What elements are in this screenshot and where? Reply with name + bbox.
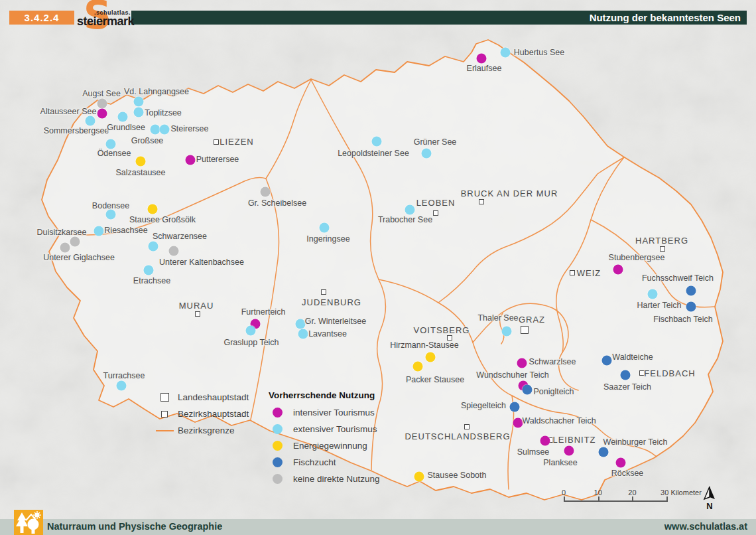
lake-label: Weinburger Teich <box>603 437 668 447</box>
lake-marker-intensiv <box>616 458 626 468</box>
city-label: WEIZ <box>577 268 601 278</box>
lake-label: Salzastausee <box>115 168 165 177</box>
legend-usage-row-keine: keine direkte Nutzung <box>269 471 380 487</box>
city-square-bezirk <box>321 289 326 295</box>
lake-label: Erlaufsee <box>467 64 502 73</box>
lake-label: Ödensee <box>97 149 131 158</box>
city-square-bezirk <box>433 210 438 216</box>
lake-label: Duisitzkarsee <box>36 228 86 237</box>
lake-marker-extensiv <box>296 319 306 329</box>
landeshauptstadt-square-icon <box>160 393 169 402</box>
lake-label: Planksee <box>543 458 577 467</box>
lake-label: Turrachsee <box>103 371 145 380</box>
legend-usage-row-extensiv: extensiver Tourismus <box>269 421 380 437</box>
legend-dot-extensiv <box>273 424 283 434</box>
lake-marker-fisch <box>686 286 696 296</box>
lake-label: Trabocher See <box>378 215 432 224</box>
lake-marker-extensiv <box>298 329 308 339</box>
atlas-page: 3.4.2.4 S .schulatlas. steiermark Nutzun… <box>0 0 756 535</box>
legend-usage: Vorherrschende Nutzung intensiver Touris… <box>269 390 380 487</box>
lake-marker-extensiv <box>160 125 170 135</box>
lake-marker-extensiv <box>502 327 512 337</box>
lake-marker-extensiv <box>151 125 160 135</box>
city-square-bezirk <box>464 424 470 429</box>
lake-label: Thaler See <box>477 313 518 323</box>
legend-dot-fisch <box>273 457 283 467</box>
lake-label: Etrachsee <box>133 276 170 285</box>
nature-chapter-icon <box>14 510 43 535</box>
city-square-bezirk <box>447 335 452 341</box>
lake-marker-keine <box>60 243 70 253</box>
lake-marker-keine <box>97 99 107 109</box>
lake-label: Riesachsee <box>104 226 147 235</box>
lake-label: Grundlsee <box>107 123 145 132</box>
lake-label: Poniglteich <box>533 387 574 396</box>
lake-label: Ingeringsee <box>306 234 349 244</box>
lake-label: Fischbach Teich <box>653 315 712 324</box>
legend-dot-keine <box>273 474 283 484</box>
map-title-bar: Nutzung der bekanntesten Seen <box>131 11 747 25</box>
scale-label: 0 <box>562 489 566 497</box>
lake-label: Gr. Scheibelsee <box>248 198 306 208</box>
lake-marker-extensiv <box>118 112 128 122</box>
lake-marker-energie <box>148 204 158 214</box>
lake-marker-fisch <box>621 370 631 380</box>
schulatlas-logo: S .schulatlas. steiermark <box>74 0 131 37</box>
legend-symbols: Landeshauptstadt Bezirkshauptstadt Bezir… <box>155 389 249 439</box>
lake-label: Unterer Giglachsee <box>43 253 115 262</box>
lake-marker-intensiv <box>564 446 574 456</box>
lake-marker-extensiv <box>149 242 158 252</box>
lake-label: Leopoldsteiner See <box>338 149 409 158</box>
lake-marker-energie <box>136 157 146 167</box>
lake-marker-extensiv <box>501 48 511 58</box>
lake-label: Furtnerteich <box>241 307 286 317</box>
city-square-bezirk <box>479 199 484 204</box>
lake-marker-intensiv <box>517 358 527 368</box>
city-label: DEUTSCHLANDSBERG <box>405 431 510 441</box>
legend-bezirkshauptstadt: Bezirkshauptstadt <box>155 406 249 422</box>
lake-label: Saazer Teich <box>603 382 651 392</box>
lake-label: Steirersee <box>171 124 209 133</box>
north-arrow-icon <box>703 486 716 500</box>
scale-tick <box>666 497 668 502</box>
lake-marker-extensiv <box>405 205 415 215</box>
lake-label: Sommersbergsee <box>44 126 109 135</box>
lake-label: Graslupp Teich <box>223 338 279 347</box>
lake-label: Stausee Großsölk <box>129 215 196 224</box>
lake-marker-fisch <box>510 402 520 412</box>
lake-marker-extensiv <box>117 381 127 391</box>
lake-label: Packer Stausee <box>406 375 464 384</box>
north-arrow: N <box>702 486 718 510</box>
lake-label: Schwarzensee <box>153 232 207 241</box>
lake-marker-fisch <box>602 356 612 366</box>
website-link[interactable]: www.schulatlas.at <box>664 521 747 532</box>
scale-label: 10 <box>594 489 602 497</box>
city-label: FELDBACH <box>644 368 695 378</box>
legend-dot-intensiv <box>273 408 283 418</box>
lake-marker-keine <box>261 187 271 197</box>
lake-label: Fuchsschweif Teich <box>642 273 714 283</box>
lake-label: Waldschacher Teich <box>522 416 596 425</box>
district-border-line-icon <box>156 430 174 431</box>
chapter-title: Naturraum und Physische Geographie <box>47 521 222 532</box>
lake-label: Grüner See <box>414 137 457 147</box>
city-label: GRAZ <box>519 315 545 325</box>
lake-label: Wundschuher Teich <box>476 370 548 380</box>
legend-usage-row-intensiv: intensiver Tourismus <box>269 404 380 421</box>
lake-label: Röcksee <box>611 469 644 478</box>
lake-marker-extensiv <box>372 137 382 147</box>
lake-label: Gr. Winterleitsee <box>305 317 366 326</box>
legend-usage-title: Vorherrschende Nutzung <box>269 390 380 400</box>
lake-marker-intensiv <box>513 418 523 428</box>
lake-marker-intensiv <box>186 155 196 165</box>
lake-marker-intensiv <box>477 54 487 64</box>
city-label: MURAU <box>179 301 214 311</box>
lake-marker-fisch <box>599 447 609 457</box>
city-square-bezirk <box>195 311 200 317</box>
lake-label: Vd. Lahngangsee <box>124 87 189 96</box>
lake-marker-energie <box>414 472 424 482</box>
lake-marker-extensiv <box>144 266 154 275</box>
lake-marker-extensiv <box>106 139 116 149</box>
lake-label: Hubertus See <box>514 48 564 57</box>
legend-usage-items: intensiver Tourismusextensiver Tourismus… <box>269 404 380 487</box>
